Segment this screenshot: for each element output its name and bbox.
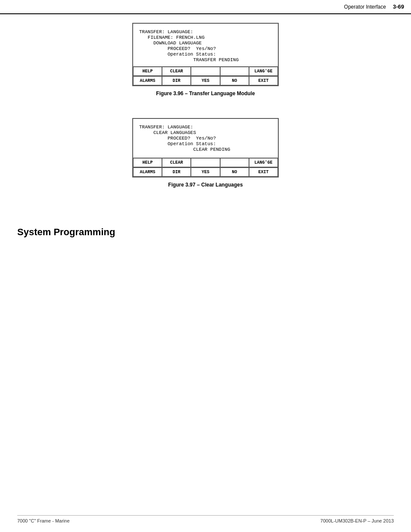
btn-clear-96[interactable]: CLEAR	[162, 67, 191, 76]
terminal-content-97: TRANSFER: LANGUAGE: CLEAR LANGUAGES PROC…	[133, 119, 278, 158]
page-header: Operator Interface 3-69	[0, 0, 411, 14]
terminal-line: Operation Status:	[139, 141, 272, 146]
terminal-line: FILENAME: FRENCH.LNG	[139, 35, 272, 40]
terminal-line: TRANSFER: LANGUAGE:	[139, 29, 272, 34]
btn-no-97[interactable]: NO	[220, 168, 249, 177]
btn-yes-96[interactable]: YES	[191, 76, 220, 85]
terminal-line: PROCEED? Yes/No?	[139, 46, 272, 51]
system-programming-heading: System Programming	[17, 227, 394, 238]
btn-exit-97[interactable]: EXIT	[249, 168, 278, 177]
header-section-label: Operator Interface	[344, 4, 386, 10]
btn-empty-2-96	[191, 67, 220, 76]
terminal-buttons-row2-96: ALARMSDIRYESNOEXIT	[133, 76, 278, 85]
page-footer: 7000 "C" Frame - Marine 7000L-UM302B-EN-…	[17, 515, 394, 523]
btn-exit-96[interactable]: EXIT	[249, 76, 278, 85]
btn-empty-3-97	[220, 158, 249, 167]
terminal-line: TRANSFER: LANGUAGE:	[139, 124, 272, 130]
terminal-line: CLEAR LANGUAGES	[139, 130, 272, 135]
terminal-line: Operation Status:	[139, 52, 272, 57]
btn-help-97[interactable]: HELP	[133, 158, 162, 167]
btn-alarms-97[interactable]: ALARMS	[133, 168, 162, 177]
btn-help-96[interactable]: HELP	[133, 67, 162, 76]
terminal-line: PROCEED? Yes/No?	[139, 136, 272, 141]
terminal-content-96: TRANSFER: LANGUAGE: FILENAME: FRENCH.LNG…	[133, 24, 278, 66]
terminal-line: CLEAR PENDING	[139, 147, 272, 152]
terminal-line: DOWNLOAD LANGUAGE	[139, 40, 272, 46]
btn-empty-3-96	[220, 67, 249, 76]
terminal-box-97: TRANSFER: LANGUAGE: CLEAR LANGUAGES PROC…	[132, 118, 279, 177]
btn-dir-97[interactable]: DIR	[162, 168, 191, 177]
btn-clear-97[interactable]: CLEAR	[162, 158, 191, 167]
terminal-buttons-row1-97: HELPCLEARLANG'GE	[133, 158, 278, 167]
btn-no-96[interactable]: NO	[220, 76, 249, 85]
figure-96-caption: Figure 3.96 – Transfer Language Module	[156, 90, 255, 96]
terminal-box-96: TRANSFER: LANGUAGE: FILENAME: FRENCH.LNG…	[132, 23, 279, 86]
figure-97-section: TRANSFER: LANGUAGE: CLEAR LANGUAGES PROC…	[17, 118, 394, 201]
btn-dir-96[interactable]: DIR	[162, 76, 191, 85]
figure-96-section: TRANSFER: LANGUAGE: FILENAME: FRENCH.LNG…	[17, 23, 394, 109]
btn-empty-2-97	[191, 158, 220, 167]
page-number: 3-69	[393, 3, 404, 10]
footer-right: 7000L-UM302B-EN-P – June 2013	[321, 518, 394, 523]
btn-yes-97[interactable]: YES	[191, 168, 220, 177]
btn-alarms-96[interactable]: ALARMS	[133, 76, 162, 85]
figure-97-caption: Figure 3.97 – Clear Languages	[168, 182, 243, 188]
terminal-buttons-row1-96: HELPCLEARLANG'GE	[133, 66, 278, 76]
terminal-buttons-row2-97: ALARMSDIRYESNOEXIT	[133, 167, 278, 177]
btn-langge-97[interactable]: LANG'GE	[249, 158, 278, 167]
terminal-line: TRANSFER PENDING	[139, 57, 272, 62]
btn-langge-96[interactable]: LANG'GE	[249, 67, 278, 76]
main-content: TRANSFER: LANGUAGE: FILENAME: FRENCH.LNG…	[0, 14, 411, 255]
footer-left: 7000 "C" Frame - Marine	[17, 518, 70, 523]
